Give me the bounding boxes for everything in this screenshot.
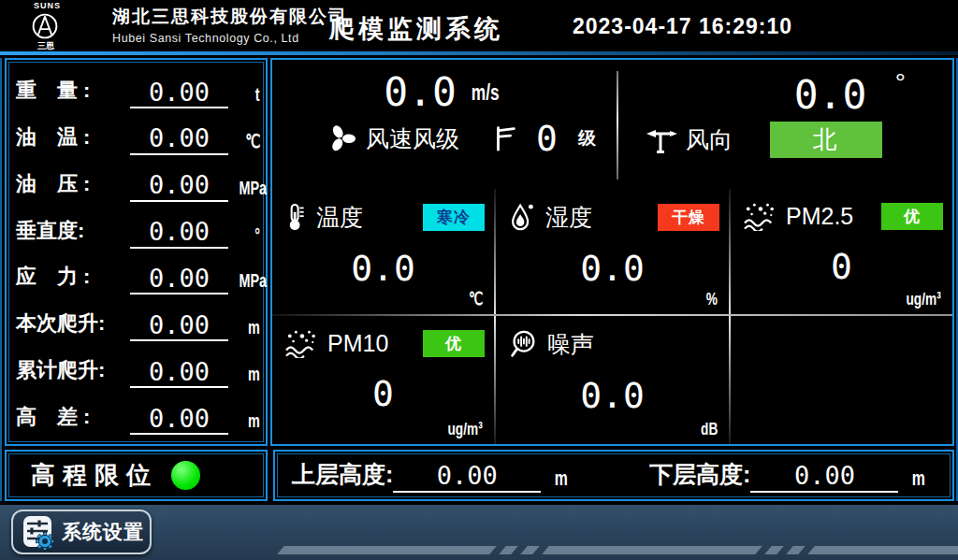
- environment-panel: 0.0 m/s 风速风级: [270, 58, 954, 446]
- measure-value: 0.00: [130, 359, 228, 388]
- sensor-value: 0.0: [496, 248, 729, 289]
- measure-value: 0.00: [130, 219, 228, 248]
- elevation-limit-label: 高程限位: [31, 459, 158, 492]
- measure-row-height-diff: 高 差 : 0.00 m: [16, 392, 260, 435]
- lower-height-unit: m: [912, 467, 925, 491]
- sensor-cell-pm25: PM2.5 优 0 ug/m³: [731, 189, 952, 314]
- lower-height-label: 下层高度:: [649, 459, 750, 493]
- system-settings-label: 系统设置: [62, 519, 144, 545]
- sensor-value: 0: [731, 246, 952, 287]
- wind-level-flag-icon: [491, 123, 519, 153]
- header-divider: [0, 51, 958, 55]
- wind-vane-icon: [645, 123, 678, 157]
- sensor-unit: ug/m³: [448, 419, 483, 439]
- lower-height-value: 0.00: [750, 461, 898, 493]
- upper-height-unit: m: [555, 467, 568, 491]
- measure-row-total-climb: 累计爬升: 0.00 m: [16, 345, 260, 388]
- lower-height-group: 下层高度: 0.00 m: [649, 459, 928, 493]
- measure-row-oil-temp: 油 温 : 0.00 ℃: [16, 112, 260, 155]
- wind-direction-cell: 0.0 ° 风向 北: [618, 60, 952, 189]
- measure-label: 本次爬升:: [16, 309, 130, 341]
- measure-value: 0.00: [130, 406, 228, 435]
- measure-unit: MPa: [240, 178, 268, 199]
- sensor-label: 噪声: [547, 329, 594, 360]
- measure-unit: m: [248, 317, 260, 338]
- measure-value: 0.00: [130, 266, 228, 294]
- measure-label: 重 量 :: [16, 77, 130, 108]
- measure-label: 高 差 :: [16, 403, 130, 435]
- settings-sliders-icon: [21, 514, 56, 550]
- company-name: 湖北三思科技股份有限公司 Hubei Sansi Technology Co.,…: [112, 5, 348, 45]
- measure-row-oil-pressure: 油 压 : 0.00 MPa: [16, 159, 260, 202]
- screen-edge-left: [0, 58, 2, 501]
- wind-direction-value: 0.0: [794, 71, 867, 118]
- measure-value: 0.00: [130, 172, 228, 201]
- footer-bar: 系统设置: [0, 505, 958, 560]
- header-bar: SUNS 三思 湖北三思科技股份有限公司 Hubei Sansi Technol…: [0, 0, 958, 51]
- measure-unit: ℃: [245, 130, 260, 152]
- thermometer-icon: [283, 201, 308, 233]
- sensor-cell-noise: 噪声 0.0 dB: [496, 316, 729, 444]
- measure-label: 应 力 :: [16, 263, 130, 294]
- upper-height-value: 0.00: [393, 461, 541, 493]
- wind-section: 0.0 m/s 风速风级: [272, 60, 952, 189]
- sensor-cell-empty: [731, 316, 952, 444]
- measure-label: 油 压 :: [16, 170, 130, 202]
- wind-direction-badge: 北: [770, 122, 882, 158]
- wind-speed-value: 0.0: [384, 68, 457, 115]
- sensor-status-badge: 寒冷: [423, 204, 485, 231]
- measure-unit: MPa: [240, 270, 268, 292]
- sensor-label: 湿度: [545, 202, 592, 233]
- measure-label: 油 温 :: [16, 123, 130, 155]
- sansi-logo-icon: [28, 10, 62, 42]
- sensor-value: 0: [272, 373, 494, 414]
- sensor-unit: ug/m³: [907, 289, 941, 309]
- sensor-unit: ℃: [469, 288, 483, 309]
- sensor-cell-temperature: 温度 寒冷 0.0 ℃: [272, 189, 494, 314]
- company-logo: SUNS 三思: [22, 1, 109, 52]
- sensor-cell-humidity: 湿度 干燥 0.0 %: [496, 189, 729, 314]
- measure-label: 垂直度:: [16, 217, 130, 249]
- fan-icon: [325, 122, 358, 155]
- elevation-limit-box: 高程限位: [5, 450, 268, 501]
- sensor-label: 温度: [316, 202, 363, 233]
- sensor-label: PM10: [327, 330, 388, 357]
- sensor-label: PM2.5: [786, 203, 853, 230]
- measure-unit: t: [255, 84, 260, 106]
- system-settings-button[interactable]: 系统设置: [11, 510, 152, 554]
- noise-icon: [507, 328, 539, 360]
- company-name-cn: 湖北三思科技股份有限公司: [112, 5, 348, 29]
- measure-label: 累计爬升:: [16, 356, 130, 388]
- sensor-value: 0.0: [496, 375, 729, 416]
- sensor-status-badge: 干燥: [658, 204, 719, 231]
- measurement-panel: 重 量 : 0.00 t 油 温 : 0.00 ℃ 油 压 : 0.00 MPa…: [5, 58, 268, 446]
- measure-unit: m: [248, 364, 260, 385]
- measure-value: 0.00: [130, 312, 228, 341]
- wind-level-unit: 级: [578, 126, 596, 151]
- elevation-limit-indicator: [171, 461, 200, 490]
- measure-value: 0.00: [130, 79, 228, 108]
- measure-row-verticality: 垂直度: 0.00 °: [16, 206, 260, 249]
- wind-direction-unit: °: [895, 68, 906, 98]
- wind-level-value: 0: [536, 121, 558, 156]
- company-name-en: Hubei Sansi Technology Co., Ltd: [112, 32, 348, 45]
- sensor-status-badge: 优: [423, 330, 485, 357]
- sensor-unit: %: [706, 289, 718, 309]
- sensor-unit: dB: [701, 419, 718, 439]
- wind-speed-unit: m/s: [472, 79, 500, 106]
- page-title: 爬模监测系统: [329, 12, 503, 46]
- wind-speed-cell: 0.0 m/s 风速风级: [272, 60, 617, 189]
- gear-icon: [36, 533, 54, 551]
- sensor-status-badge: 优: [881, 203, 943, 230]
- wind-direction-label: 风向: [686, 124, 733, 155]
- wind-speed-label: 风速风级: [366, 123, 459, 154]
- measure-unit: m: [248, 410, 260, 432]
- measure-row-current-climb: 本次爬升: 0.00 m: [16, 298, 260, 341]
- particles-icon: [742, 201, 777, 231]
- logo-suns-text: SUNS: [22, 1, 109, 10]
- droplet-icon: [507, 201, 537, 233]
- sensor-grid: 温度 寒冷 0.0 ℃ 湿度 干燥 0.0 %: [272, 189, 952, 444]
- measure-row-stress: 应 力 : 0.00 MPa: [16, 251, 260, 294]
- sensor-value: 0.0: [272, 248, 494, 289]
- upper-height-label: 上层高度:: [292, 459, 393, 493]
